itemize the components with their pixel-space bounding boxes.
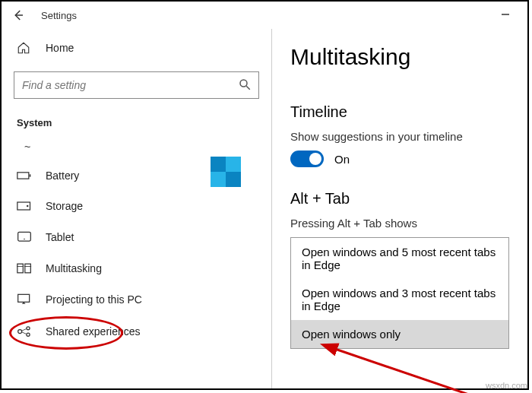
search-input[interactable]	[14, 71, 259, 99]
sidebar-item-projecting[interactable]: Projecting to this PC	[2, 284, 271, 315]
timeline-toggle[interactable]	[290, 151, 324, 167]
svg-line-2	[246, 86, 250, 90]
windows-logo-overlay	[211, 157, 241, 187]
multitasking-icon	[17, 262, 32, 274]
sidebar-item-label: Tablet	[46, 231, 74, 243]
svg-rect-4	[30, 174, 31, 176]
projecting-icon	[17, 293, 32, 306]
svg-line-18	[22, 332, 27, 334]
alttab-desc: Pressing Alt + Tab shows	[290, 217, 509, 230]
main-panel: Multitasking Timeline Show suggestions i…	[272, 29, 527, 388]
page-title: Multitasking	[290, 44, 509, 70]
sidebar-item-label: Shared experiences	[46, 325, 141, 338]
search-box[interactable]	[14, 71, 259, 99]
svg-point-14	[18, 330, 22, 334]
storage-icon	[17, 200, 32, 212]
search-icon	[238, 78, 252, 91]
sidebar-item-multitasking[interactable]: Multitasking	[2, 253, 271, 284]
sidebar-item-label: Storage	[46, 200, 83, 212]
sidebar-item-label: Multitasking	[46, 262, 102, 274]
settings-window: Settings Home System ~	[0, 0, 529, 390]
alttab-heading: Alt + Tab	[290, 190, 509, 208]
home-icon	[17, 41, 32, 55]
svg-point-1	[240, 80, 247, 87]
home-label: Home	[46, 42, 74, 54]
svg-rect-3	[17, 173, 29, 179]
svg-line-19	[333, 348, 500, 393]
back-button[interactable]	[11, 8, 26, 23]
toggle-knob	[309, 153, 321, 165]
svg-rect-9	[17, 264, 23, 273]
sidebar-item-tablet[interactable]: Tablet	[2, 221, 271, 253]
watermark: wsxdn.com	[486, 381, 527, 390]
alttab-dropdown[interactable]: Open windows and 5 most recent tabs in E…	[290, 237, 509, 349]
sidebar-nav-list: Battery Storage Tablet	[2, 160, 271, 388]
svg-rect-13	[18, 294, 30, 302]
svg-point-6	[27, 205, 29, 208]
sidebar-item-label: Projecting to this PC	[46, 293, 142, 306]
minimize-icon	[500, 9, 511, 20]
sidebar: Home System ~ Battery	[2, 29, 272, 388]
titlebar: Settings	[2, 2, 527, 29]
sidebar-item-label: Battery	[46, 170, 79, 182]
sidebar-home[interactable]: Home	[2, 35, 271, 61]
timeline-toggle-row: On	[290, 151, 509, 167]
dropdown-option[interactable]: Open windows and 5 most recent tabs in E…	[291, 238, 508, 279]
svg-rect-10	[25, 264, 31, 273]
dropdown-option-selected[interactable]: Open windows only	[291, 320, 508, 348]
sidebar-item-storage[interactable]: Storage	[2, 191, 271, 221]
timeline-desc: Show suggestions in your timeline	[290, 130, 509, 143]
content-area: Home System ~ Battery	[2, 29, 527, 388]
shared-icon	[17, 325, 32, 338]
toggle-label: On	[334, 153, 350, 166]
dropdown-option[interactable]: Open windows and 3 most recent tabs in E…	[291, 279, 508, 320]
svg-point-15	[27, 327, 30, 330]
tablet-icon	[17, 230, 32, 244]
sidebar-section-heading: System	[2, 111, 271, 136]
svg-point-8	[24, 239, 25, 240]
minimize-button[interactable]	[500, 9, 518, 20]
arrow-left-icon	[11, 8, 25, 22]
svg-line-17	[22, 329, 27, 331]
battery-icon	[17, 170, 32, 182]
sidebar-item-shared-experiences[interactable]: Shared experiences	[2, 315, 271, 347]
svg-point-16	[27, 333, 30, 336]
timeline-heading: Timeline	[290, 103, 509, 121]
window-title: Settings	[41, 10, 77, 21]
